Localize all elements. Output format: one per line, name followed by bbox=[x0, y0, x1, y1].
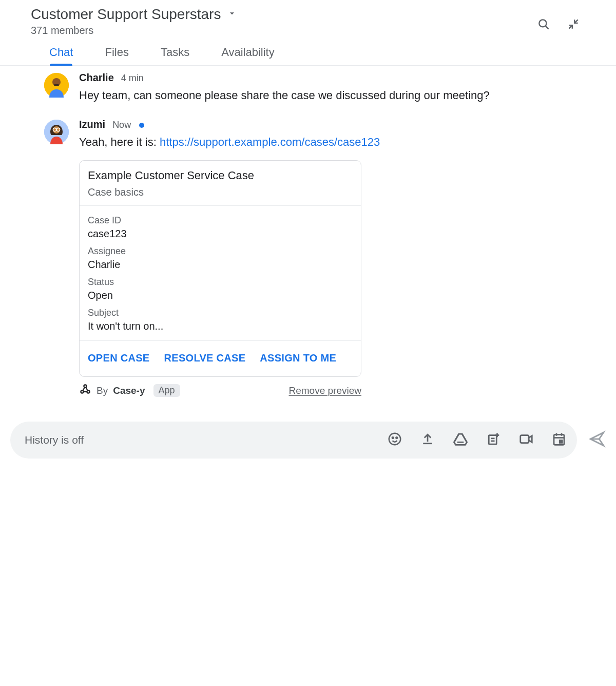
svg-point-0 bbox=[539, 20, 546, 27]
card-subtitle: Case basics bbox=[88, 186, 353, 198]
message-list: Charlie 4 min Hey team, can someone plea… bbox=[0, 66, 616, 398]
link-preview-card: Example Customer Service Case Case basic… bbox=[79, 160, 361, 377]
message-text: Hey team, can someone please share the c… bbox=[79, 87, 585, 104]
svg-point-14 bbox=[396, 437, 397, 439]
tab-tasks[interactable]: Tasks bbox=[161, 46, 189, 65]
tab-files[interactable]: Files bbox=[105, 46, 128, 65]
webhook-icon bbox=[79, 383, 91, 398]
new-indicator-icon bbox=[139, 123, 144, 128]
card-title: Example Customer Service Case bbox=[88, 169, 353, 182]
field-label: Case ID bbox=[88, 215, 353, 226]
svg-point-13 bbox=[392, 437, 394, 439]
svg-rect-15 bbox=[489, 435, 496, 445]
search-icon[interactable] bbox=[537, 17, 550, 33]
message-time: Now bbox=[112, 120, 131, 130]
message-text: Yeah, here it is: https://support.exampl… bbox=[79, 134, 585, 151]
message: Izumi Now Yeah, here it is: https://supp… bbox=[44, 119, 585, 398]
field-label: Status bbox=[88, 277, 353, 288]
field-value: Charlie bbox=[88, 259, 353, 271]
assign-to-me-button[interactable]: ASSIGN TO ME bbox=[260, 352, 336, 364]
emoji-icon[interactable] bbox=[387, 431, 402, 449]
field-value: It won't turn on... bbox=[88, 320, 353, 332]
card-field: Subject It won't turn on... bbox=[88, 308, 353, 332]
upload-icon[interactable] bbox=[420, 431, 435, 449]
field-value: Open bbox=[88, 290, 353, 301]
member-count: 371 members bbox=[31, 25, 237, 36]
card-field: Status Open bbox=[88, 277, 353, 301]
svg-line-1 bbox=[546, 26, 549, 29]
collapse-icon[interactable] bbox=[567, 17, 580, 33]
svg-rect-4 bbox=[54, 84, 59, 86]
space-title: Customer Support Superstars bbox=[31, 6, 221, 23]
composer-placeholder: History is off bbox=[25, 434, 387, 446]
message-text-prefix: Yeah, here it is: bbox=[79, 136, 160, 148]
attribution-by: By bbox=[97, 385, 108, 396]
message-input[interactable]: History is off bbox=[10, 422, 577, 459]
space-title-row[interactable]: Customer Support Superstars bbox=[31, 6, 237, 23]
tab-availability[interactable]: Availability bbox=[221, 46, 275, 65]
case-link[interactable]: https://support.example.com/cases/case12… bbox=[160, 136, 380, 148]
message-author: Charlie bbox=[79, 72, 114, 84]
chevron-down-icon[interactable] bbox=[227, 8, 237, 21]
drive-icon[interactable] bbox=[453, 431, 468, 449]
message-author: Izumi bbox=[79, 119, 105, 130]
tabs: Chat Files Tasks Availability bbox=[0, 36, 616, 66]
tab-chat[interactable]: Chat bbox=[49, 46, 73, 65]
attribution-app-name: Case-y bbox=[113, 385, 145, 396]
composer-row: History is off bbox=[0, 412, 616, 474]
avatar[interactable] bbox=[44, 120, 69, 144]
card-field: Assignee Charlie bbox=[88, 246, 353, 271]
remove-preview-link[interactable]: Remove preview bbox=[289, 385, 362, 396]
card-field: Case ID case123 bbox=[88, 215, 353, 240]
app-badge: App bbox=[153, 384, 180, 397]
message: Charlie 4 min Hey team, can someone plea… bbox=[44, 72, 585, 104]
video-meeting-icon[interactable] bbox=[518, 431, 534, 449]
field-value: case123 bbox=[88, 228, 353, 240]
card-attribution: By Case-y App Remove preview bbox=[79, 383, 361, 398]
create-document-icon[interactable] bbox=[486, 431, 501, 449]
svg-point-12 bbox=[389, 433, 401, 445]
open-case-button[interactable]: OPEN CASE bbox=[88, 352, 150, 364]
space-header: Customer Support Superstars 371 members bbox=[0, 0, 616, 36]
field-label: Assignee bbox=[88, 246, 353, 257]
resolve-case-button[interactable]: RESOLVE CASE bbox=[164, 352, 246, 364]
message-time: 4 min bbox=[121, 73, 144, 84]
send-icon[interactable] bbox=[588, 430, 606, 450]
avatar[interactable] bbox=[44, 73, 69, 98]
field-label: Subject bbox=[88, 308, 353, 318]
calendar-icon[interactable] bbox=[551, 431, 567, 449]
svg-rect-18 bbox=[560, 441, 562, 443]
svg-rect-16 bbox=[521, 435, 529, 443]
